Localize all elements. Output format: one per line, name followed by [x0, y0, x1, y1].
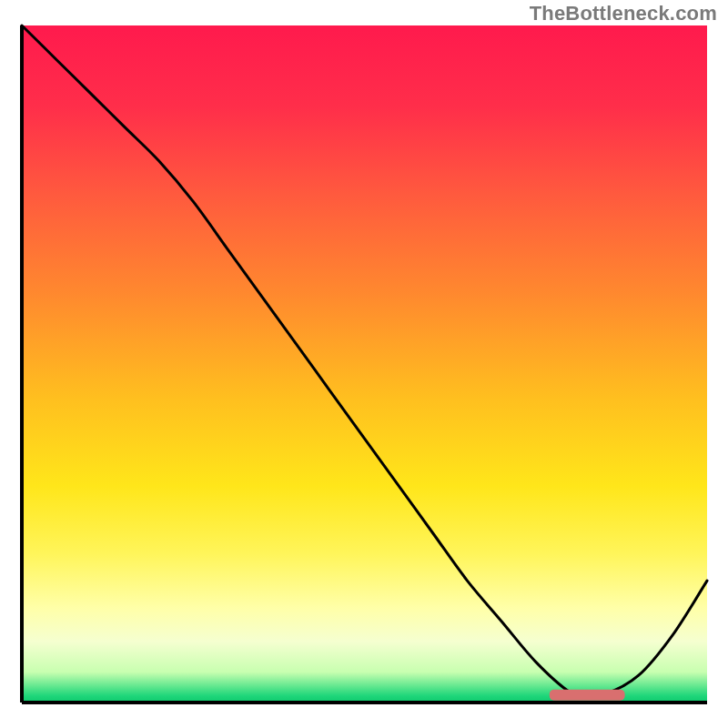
bottleneck-chart	[0, 0, 728, 728]
watermark-text: TheBottleneck.com	[530, 2, 717, 25]
chart-container: TheBottleneck.com	[0, 0, 728, 728]
optimal-marker	[550, 690, 625, 701]
